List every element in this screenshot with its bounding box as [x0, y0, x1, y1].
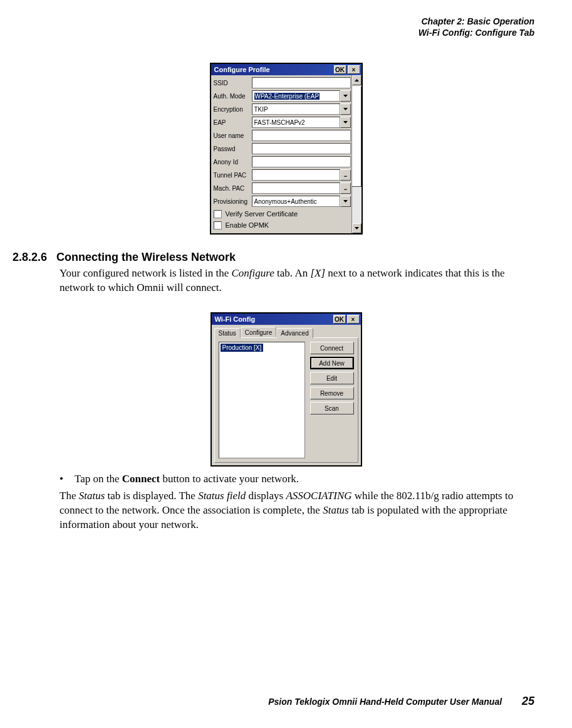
- ok-button[interactable]: OK: [333, 315, 346, 324]
- tab-strip: Status Configure Advanced: [212, 325, 361, 337]
- connect-bullet: •Tap on the Connect button to activate y…: [60, 473, 559, 485]
- mach-pac-browse-button[interactable]: ...: [340, 182, 351, 194]
- scroll-down-icon[interactable]: [352, 223, 361, 233]
- page-header: Chapter 2: Basic Operation Wi-Fi Config:…: [419, 16, 534, 38]
- tunnel-pac-browse-button[interactable]: ...: [340, 169, 351, 181]
- section-number: 2.8.2.6: [13, 251, 47, 263]
- anony-id-input[interactable]: [252, 156, 351, 167]
- tab-status[interactable]: Status: [214, 328, 241, 338]
- mach-pac-label: Mach. PAC: [211, 185, 252, 192]
- chevron-down-icon[interactable]: [340, 90, 351, 102]
- footer-text: Psion Teklogix Omnii Hand-Held Computer …: [268, 697, 502, 707]
- eap-label: EAP: [211, 119, 252, 126]
- svg-marker-0: [343, 95, 348, 97]
- scan-button[interactable]: Scan: [310, 402, 354, 414]
- configure-profile-figure: Configure Profile OK × SSID Auth. ModeWP…: [13, 63, 559, 237]
- username-label: User name: [211, 132, 252, 139]
- password-label: Passwd: [211, 145, 252, 152]
- connect-button[interactable]: Connect: [310, 342, 354, 354]
- close-button[interactable]: ×: [348, 65, 360, 74]
- status-paragraph: The Status tab is displayed. The Status …: [60, 489, 534, 532]
- encryption-dropdown[interactable]: TKIP: [252, 103, 340, 115]
- ssid-input[interactable]: [252, 77, 351, 88]
- page-header-section: Wi-Fi Config: Configure Tab: [419, 28, 534, 39]
- enable-opmk-checkbox[interactable]: [214, 221, 222, 229]
- profiles-listbox[interactable]: Production [X]: [219, 342, 305, 458]
- chevron-down-icon[interactable]: [340, 196, 351, 207]
- encryption-label: Encryption: [211, 106, 252, 113]
- profile-item-selected[interactable]: Production [X]: [221, 344, 264, 352]
- svg-marker-5: [355, 227, 359, 229]
- section-title: Connecting the Wireless Network: [56, 251, 236, 263]
- wifi-config-dialog: Wi-Fi Config OK × Status Configure Advan…: [211, 312, 362, 467]
- provisioning-dropdown[interactable]: Anonymous+Authentic: [252, 196, 340, 207]
- add-new-button[interactable]: Add New: [310, 357, 354, 369]
- chevron-down-icon[interactable]: [340, 103, 351, 115]
- edit-button[interactable]: Edit: [310, 372, 354, 384]
- svg-marker-1: [343, 108, 348, 110]
- configure-tab-panel: Production [X] Connect Add New Edit Remo…: [214, 337, 358, 463]
- username-input[interactable]: [252, 130, 351, 141]
- remove-button[interactable]: Remove: [310, 387, 354, 399]
- title-bar: Wi-Fi Config OK ×: [212, 314, 361, 325]
- svg-marker-2: [343, 121, 348, 124]
- provisioning-label: Provisioning: [211, 198, 252, 205]
- bullet-icon: •: [60, 473, 75, 485]
- anony-id-label: Anony Id: [211, 159, 252, 166]
- verify-server-cert-label: Verify Server Certificate: [226, 210, 298, 218]
- eap-dropdown[interactable]: FAST-MSCHAPv2: [252, 117, 340, 128]
- intro-paragraph: Your configured network is listed in the…: [60, 266, 534, 295]
- scrollbar-track[interactable]: [352, 85, 361, 223]
- tab-advanced[interactable]: Advanced: [276, 328, 313, 338]
- configure-profile-dialog: Configure Profile OK × SSID Auth. ModeWP…: [210, 63, 363, 235]
- page-footer: Psion Teklogix Omnii Hand-Held Computer …: [268, 695, 534, 708]
- enable-opmk-label: Enable OPMK: [226, 221, 269, 229]
- wifi-config-figure: Wi-Fi Config OK × Status Configure Advan…: [13, 312, 559, 469]
- verify-server-cert-checkbox[interactable]: [214, 210, 222, 218]
- svg-marker-4: [355, 79, 359, 82]
- tunnel-pac-input[interactable]: [252, 169, 340, 181]
- title-bar: Configure Profile OK ×: [211, 64, 361, 75]
- mach-pac-input[interactable]: [252, 182, 340, 194]
- ok-button[interactable]: OK: [334, 65, 346, 74]
- dialog-title: Configure Profile: [214, 66, 270, 73]
- section-heading: 2.8.2.6 Connecting the Wireless Network: [13, 251, 559, 264]
- svg-marker-3: [343, 200, 348, 203]
- page-header-chapter: Chapter 2: Basic Operation: [419, 16, 534, 28]
- ssid-label: SSID: [211, 80, 252, 87]
- dialog-title: Wi-Fi Config: [215, 315, 256, 323]
- scrollbar-thumb[interactable]: [352, 87, 361, 187]
- auth-mode-dropdown[interactable]: WPA2-Enterprise (EAP: [252, 90, 340, 102]
- auth-mode-label: Auth. Mode: [211, 93, 252, 100]
- tunnel-pac-label: Tunnel PAC: [211, 172, 252, 179]
- vertical-scrollbar[interactable]: [351, 75, 361, 233]
- page-number: 25: [522, 695, 534, 708]
- password-input[interactable]: [252, 143, 351, 154]
- chevron-down-icon[interactable]: [340, 117, 351, 128]
- tab-configure[interactable]: Configure: [241, 327, 276, 337]
- close-button[interactable]: ×: [347, 315, 360, 324]
- scroll-up-icon[interactable]: [352, 75, 361, 85]
